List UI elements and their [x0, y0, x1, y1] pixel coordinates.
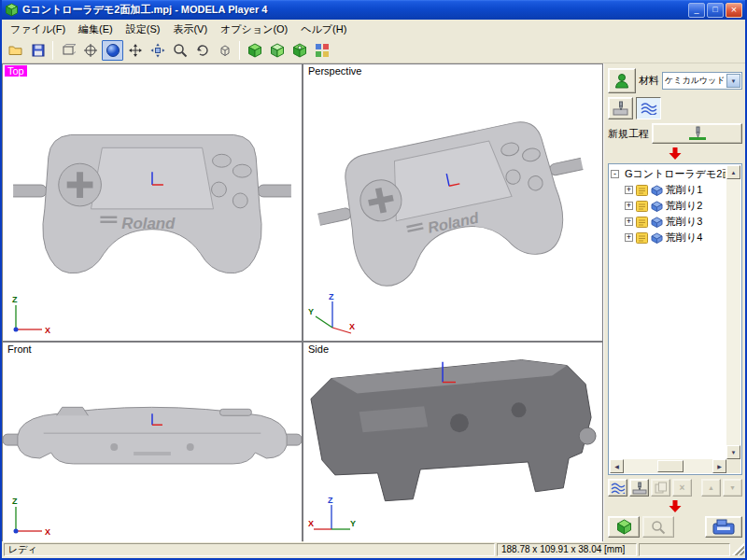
menu-file[interactable]: ファイル(F) — [4, 21, 72, 38]
copy-process-button[interactable] — [651, 479, 670, 497]
viewport-side-label: Side — [305, 343, 331, 355]
workpiece-dimensions: 188.78 x 109.91 x 38.04 [mm] — [497, 543, 637, 556]
expand-icon[interactable]: + — [625, 186, 633, 194]
bounding-box-button[interactable] — [214, 40, 235, 61]
expand-icon[interactable]: + — [625, 202, 633, 210]
move-process-up-button[interactable]: ▲ — [701, 479, 721, 497]
main-area: Top Z X Perspective — [2, 63, 745, 541]
viewport-perspective-label: Perspective — [305, 65, 364, 77]
arrow-down-icon: ▼ — [729, 484, 736, 491]
process-tree: - Gコントローラデモ2面加工 + — [608, 163, 742, 475]
save-floppy-icon — [31, 43, 46, 58]
wireframe-icon — [61, 43, 76, 58]
crosshair-icon — [83, 43, 98, 58]
menu-options[interactable]: オプション(O) — [214, 21, 294, 38]
tree-root[interactable]: - Gコントローラデモ2面加工 — [611, 166, 726, 182]
axis-z-label: Z — [12, 295, 18, 304]
four-view-icon — [315, 43, 330, 58]
delete-process-button[interactable]: × — [672, 479, 692, 497]
wireframe-view-button[interactable] — [57, 40, 78, 61]
green-cube-cut-icon — [292, 43, 307, 58]
tree-horizontal-scrollbar[interactable]: ◀ ▶ — [610, 459, 726, 473]
axis-x-label: X — [349, 322, 355, 331]
open-button[interactable] — [5, 40, 26, 61]
model-setup-button[interactable] — [608, 97, 633, 119]
material-setup-button[interactable] — [608, 68, 636, 93]
log-button[interactable] — [642, 516, 674, 538]
axis-z-label: Z — [329, 292, 334, 301]
scroll-up-icon[interactable]: ▲ — [726, 165, 740, 179]
scroll-left-icon[interactable]: ◀ — [610, 459, 624, 473]
rotate-view-button[interactable] — [191, 40, 213, 61]
green-cube-outline-icon — [270, 43, 285, 58]
move-object-button[interactable] — [147, 40, 168, 61]
minimize-button[interactable]: _ — [688, 3, 705, 18]
scroll-down-icon[interactable]: ▼ — [726, 445, 740, 459]
menu-settings[interactable]: 設定(S) — [120, 21, 167, 38]
maximize-button[interactable]: □ — [707, 3, 724, 18]
expand-icon[interactable]: + — [625, 217, 633, 226]
shaded-view-button[interactable] — [102, 40, 123, 61]
four-view-layout-button[interactable] — [311, 40, 332, 61]
tree-item-roughing4[interactable]: + 荒削り4 — [611, 230, 726, 245]
titlebar[interactable]: Gコントローラデモ2面加工.mpj - MODELA Player 4 _ □ … — [2, 0, 745, 20]
combo-arrow-icon[interactable]: ▼ — [726, 74, 740, 88]
expand-icon[interactable]: + — [625, 233, 633, 242]
save-button[interactable] — [27, 40, 49, 61]
output-to-machine-button[interactable] — [705, 516, 742, 538]
viewport-side[interactable]: Side Z X Y — [303, 343, 602, 542]
menu-edit[interactable]: 編集(E) — [72, 21, 120, 38]
tree-item-label: 荒削り2 — [666, 199, 702, 213]
surface-waves-icon — [641, 102, 657, 115]
zoom-button[interactable] — [169, 40, 190, 61]
material-select[interactable]: ケミカルウッド (軟) ▼ — [662, 72, 742, 90]
pan-view-button[interactable] — [124, 40, 146, 61]
flow-arrow-down-icon — [669, 500, 682, 512]
scrollbar-thumb[interactable] — [657, 460, 684, 472]
viewport-front-label: Front — [5, 343, 35, 355]
menu-help[interactable]: ヘルプ(H) — [294, 21, 353, 38]
app-icon — [5, 3, 19, 17]
cutting-preview-button[interactable] — [608, 516, 640, 538]
surface-setup-button[interactable] — [636, 97, 661, 119]
menu-view[interactable]: 表示(V) — [166, 21, 214, 38]
collapse-icon[interactable]: - — [611, 170, 619, 178]
new-process-button[interactable] — [652, 123, 742, 144]
tree-item-roughing1[interactable]: + 荒削り1 — [611, 182, 726, 198]
window-title: Gコントローラデモ2面加工.mpj - MODELA Player 4 — [22, 3, 684, 17]
process-actions: × ▲ ▼ — [608, 479, 742, 497]
axis-x-label: X — [45, 527, 50, 537]
origin-view-button[interactable] — [79, 40, 101, 61]
process-doc-icon — [636, 232, 648, 244]
view-result-button[interactable] — [289, 40, 310, 61]
resize-grip[interactable] — [732, 543, 744, 555]
menubar: ファイル(F) 編集(E) 設定(S) 表示(V) オプション(O) ヘルプ(H… — [2, 20, 745, 38]
viewport-front[interactable]: Front Z — [3, 343, 302, 542]
viewport-perspective[interactable]: Perspective Z Y X — [303, 64, 602, 341]
view-model-button[interactable] — [244, 40, 265, 61]
material-label: 材料 — [639, 74, 659, 88]
view-workpiece-button[interactable] — [266, 40, 288, 61]
tree-item-roughing3[interactable]: + 荒削り3 — [611, 214, 726, 230]
milling-tool-icon — [687, 126, 708, 141]
bounding-box-icon — [218, 43, 233, 58]
move-process-down-button[interactable]: ▼ — [723, 479, 742, 497]
tree-item-label: 荒削り4 — [666, 231, 702, 245]
tree-vertical-scrollbar[interactable]: ▲ ▼ — [726, 165, 740, 459]
open-folder-icon — [8, 43, 23, 58]
edit-tool-button[interactable] — [629, 479, 649, 497]
close-button[interactable]: × — [726, 3, 742, 18]
material-value: ケミカルウッド (軟) — [663, 75, 726, 87]
edit-surface-button[interactable] — [608, 479, 627, 497]
scroll-right-icon[interactable]: ▶ — [712, 459, 726, 473]
green-cube-icon — [247, 43, 262, 58]
new-process-label: 新規工程 — [608, 127, 649, 141]
tree-item-roughing2[interactable]: + 荒削り2 — [611, 198, 726, 214]
shaded-sphere-icon — [106, 43, 120, 58]
tree-view: - Gコントローラデモ2面加工 + — [611, 166, 726, 458]
viewport-top[interactable]: Top Z X — [3, 64, 302, 341]
pan-arrows-icon — [128, 43, 143, 58]
toolbar-separator — [52, 41, 53, 60]
axis-y-label: Y — [308, 307, 314, 316]
axis-triad: Z X Y — [307, 494, 358, 540]
